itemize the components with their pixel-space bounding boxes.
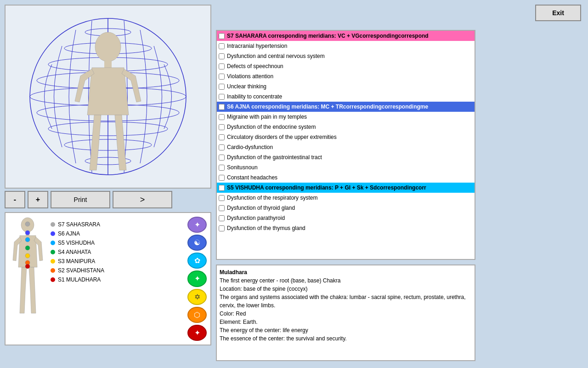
exit-button[interactable]: Exit <box>535 5 581 21</box>
checkbox-item-s7-4[interactable] <box>219 84 225 90</box>
checkbox-item-s6-4[interactable] <box>219 155 225 161</box>
symptom-item-text: Dysfunction and central nervous system <box>227 53 325 59</box>
list-item: Dysfunction of the gastrointestinal trac… <box>217 152 475 162</box>
list-item: Dysfunction of the endocrine system <box>217 122 475 132</box>
svg-rect-12 <box>104 61 112 68</box>
chakra-item-s6[interactable]: S6 AJNA <box>51 230 183 237</box>
symptom-item-text: Unclear thinking <box>227 83 266 90</box>
symptom-item-text: Dysfunction of the respiratory system <box>227 195 317 201</box>
checkbox-item-s6-5[interactable] <box>219 165 225 171</box>
checkbox-item-s5-1[interactable] <box>219 205 225 211</box>
description-line: The energy of the center: life energy <box>220 326 472 334</box>
print-button[interactable]: Print <box>51 191 110 208</box>
checkbox-item-s5-0[interactable] <box>219 195 225 201</box>
checkbox-item-s5-3[interactable] <box>219 225 225 231</box>
symptom-item-text: Cardio-dysfunction <box>227 144 273 150</box>
symptom-item-text: Violations attention <box>227 73 273 80</box>
description-line: Color: Red <box>220 310 472 318</box>
chakra-dot-s5 <box>51 241 55 245</box>
symptom-item-text: Dysfunction parathyroid <box>227 215 285 221</box>
checkbox-item-s6-6[interactable] <box>219 175 225 181</box>
description-box: MuladharaThe first energy center - root … <box>216 264 475 361</box>
list-item: Cardio-dysfunction <box>217 142 475 152</box>
chakra-label-s2: S2 SVADHISTANA <box>58 267 104 274</box>
minus-button[interactable]: - <box>5 191 25 208</box>
chakra-item-s4[interactable]: S4 ANAHATA <box>51 249 183 255</box>
checkbox-item-s6-3[interactable] <box>219 144 225 150</box>
checkbox-item-s7-1[interactable] <box>219 53 225 59</box>
checkbox-item-s7-2[interactable] <box>219 63 225 69</box>
chakra-icon-s3[interactable]: ✡ <box>187 289 207 305</box>
list-item: Intracranial hypertension <box>217 41 475 51</box>
checkbox-item-s7-0[interactable] <box>219 43 225 49</box>
chakra-icons: ✦☯✿✦✡⬡✦ <box>187 217 207 341</box>
checkbox-item-s6-0[interactable] <box>219 114 225 120</box>
left-panel: - + Print > <box>5 5 211 345</box>
chakra-legend: S7 SAHASRARAS6 AJNAS5 VISHUDHAS4 ANAHATA… <box>5 212 211 345</box>
chakra-icon-s2[interactable]: ⬡ <box>187 307 207 323</box>
checkbox-header-s7[interactable] <box>219 33 225 39</box>
list-item: Dysfunction of the respiratory system <box>217 193 475 203</box>
chakra-item-s1[interactable]: S1 MULADHARA <box>51 276 183 283</box>
chakra-icon-s4[interactable]: ✦ <box>187 270 207 287</box>
list-item: Inability to concentrate <box>217 92 475 102</box>
chakra-icon-s6[interactable]: ☯ <box>187 235 207 251</box>
symptoms-list[interactable]: S7 SAHARARA corresponding meridians: VC … <box>216 30 475 260</box>
chakra-list: S7 SAHASRARAS6 AJNAS5 VISHUDHAS4 ANAHATA… <box>51 217 183 341</box>
symptom-header-s5: S5 VISHUDHA corresponding meridians: P +… <box>217 183 475 193</box>
checkbox-header-s6[interactable] <box>219 104 225 110</box>
list-item: Migraine with pain in my temples <box>217 112 475 122</box>
checkbox-item-s6-2[interactable] <box>219 134 225 140</box>
description-line: The organs and systems associated with t… <box>220 293 472 310</box>
header-text-s6: S6 AJNA corresponding meridians: MC + TR… <box>227 104 428 110</box>
plus-button[interactable]: + <box>28 191 48 208</box>
chakra-dot-s3 <box>51 259 55 264</box>
header-text-s5: S5 VISHUDHA corresponding meridians: P +… <box>227 184 426 191</box>
checkbox-item-s6-1[interactable] <box>219 124 225 130</box>
chakra-icon-s5[interactable]: ✿ <box>187 253 207 269</box>
description-line: The first energy center - root (base, ba… <box>220 276 472 285</box>
list-item: Dysfunction of thyroid gland <box>217 203 475 213</box>
chakra-item-s5[interactable]: S5 VISHUDHA <box>51 240 183 246</box>
checkbox-item-s7-5[interactable] <box>219 94 225 100</box>
arrow-button[interactable]: > <box>113 191 172 208</box>
checkbox-header-s5[interactable] <box>219 185 225 191</box>
body-globe-container <box>5 5 211 189</box>
list-item: Defects of speechnoun <box>217 61 475 71</box>
list-item: Dysfunction parathyroid <box>217 213 475 223</box>
list-item: Dysfunction of the thymus gland <box>217 223 475 233</box>
chakra-icon-s1[interactable]: ✦ <box>187 325 207 341</box>
chakra-label-s6: S6 AJNA <box>58 230 80 237</box>
checkbox-item-s5-2[interactable] <box>219 215 225 221</box>
list-item: Sonitusnoun <box>217 162 475 172</box>
svg-point-18 <box>25 246 30 250</box>
chakra-dot-s2 <box>51 268 55 273</box>
chakra-label-s7: S7 SAHASRARA <box>58 221 100 228</box>
chakra-label-s4: S4 ANAHATA <box>58 249 91 255</box>
list-item: Circulatory disorders of the upper extre… <box>217 132 475 142</box>
chakra-item-s3[interactable]: S3 MANIPURA <box>51 258 183 264</box>
list-item: Constant headaches <box>217 172 475 183</box>
symptom-item-text: Sonitusnoun <box>227 164 258 171</box>
svg-point-15 <box>25 222 30 226</box>
symptom-header-s7: S7 SAHARARA corresponding meridians: VC … <box>217 31 475 41</box>
description-line: Element: Earth. <box>220 318 472 326</box>
chakra-label-s5: S5 VISHUDHA <box>58 240 95 246</box>
symptom-item-text: Dysfunction of the endocrine system <box>227 124 316 130</box>
svg-point-21 <box>25 264 30 269</box>
list-item: Violations attention <box>217 71 475 81</box>
checkbox-item-s7-3[interactable] <box>219 74 225 80</box>
svg-point-19 <box>25 253 30 258</box>
chakra-dot-s7 <box>51 222 55 227</box>
symptom-item-text: Constant headaches <box>227 174 277 181</box>
chakra-icon-s7[interactable]: ✦ <box>187 217 207 233</box>
symptom-item-text: Dysfunction of thyroid gland <box>227 205 295 211</box>
symptom-item-text: Dysfunction of the gastrointestinal trac… <box>227 154 322 161</box>
chakra-label-s1: S1 MULADHARA <box>58 276 101 283</box>
chakra-item-s7[interactable]: S7 SAHASRARA <box>51 221 183 228</box>
svg-point-17 <box>25 237 30 242</box>
chakra-item-s2[interactable]: S2 SVADHISTANA <box>51 267 183 274</box>
symptom-item-text: Inability to concentrate <box>227 93 282 100</box>
symptom-item-text: Defects of speechnoun <box>227 63 283 69</box>
human-figure <box>9 217 46 341</box>
